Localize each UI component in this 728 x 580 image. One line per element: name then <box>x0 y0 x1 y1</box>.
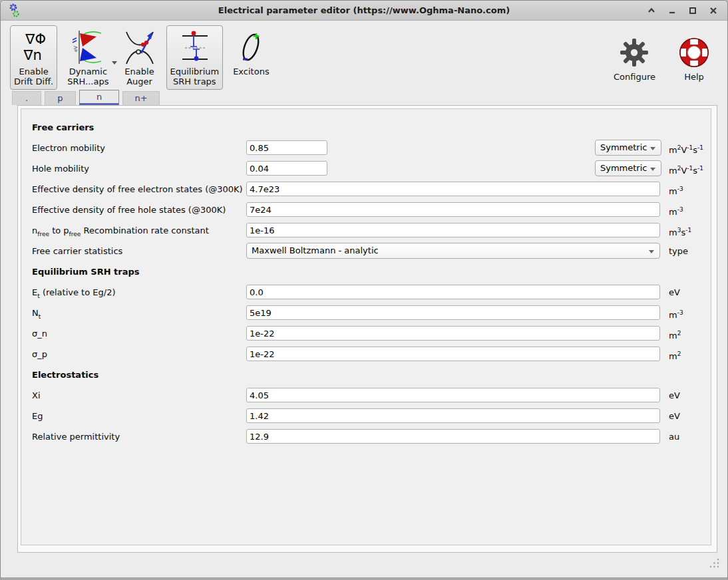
dynamic-srh-traps-button[interactable]: eV Dynamic SRH...aps <box>63 25 112 90</box>
symmetry-dropdown[interactable]: Symmetric <box>595 160 661 176</box>
parameter-row: Et (relative to Eg/2)eV <box>21 282 711 303</box>
dropdown-value: Symmetric <box>600 142 647 152</box>
parameter-row: σ_nm2 <box>21 323 711 344</box>
section-header: Electrostatics <box>21 364 711 385</box>
parameter-row: Relative permittivityau <box>21 426 711 447</box>
trap-levels-icon <box>177 28 212 67</box>
gear-icon <box>619 33 649 72</box>
help-button[interactable]: Help <box>674 31 714 85</box>
section-title: Electrostatics <box>32 364 98 385</box>
value-input[interactable] <box>246 161 327 176</box>
field-label: Nt <box>32 303 41 323</box>
unit-label: type <box>669 241 688 261</box>
window-title: Electrical parameter editor (https://www… <box>1 1 727 21</box>
parameter-row: Electron mobilitySymmetricm2V-1s-1 <box>21 138 711 158</box>
statistics-dropdown[interactable]: Maxwell Boltzmann - analytic <box>246 243 660 259</box>
unit-label: m2 <box>669 344 681 364</box>
dropdown-arrow-icon[interactable] <box>112 61 117 65</box>
toolbar-button-label: Dynamic <box>69 67 107 76</box>
unit-label: au <box>669 426 679 447</box>
toolbar-button-label: Drift Diff. <box>14 76 53 86</box>
configure-button[interactable]: Configure <box>610 31 659 85</box>
value-input[interactable] <box>246 223 660 237</box>
exciton-ellipse-icon <box>234 28 268 67</box>
value-input[interactable] <box>246 285 660 299</box>
enable-auger-button[interactable]: Enable Auger <box>119 25 160 90</box>
lifebuoy-icon <box>678 33 710 72</box>
section-title: Equilibrium SRH traps <box>32 261 140 282</box>
svg-text:eV: eV <box>73 46 79 52</box>
close-button[interactable] <box>706 3 721 18</box>
symmetry-dropdown[interactable]: Symmetric <box>595 140 661 156</box>
field-label: nfree to pfree Recombination rate consta… <box>32 220 209 241</box>
chevron-down-icon <box>650 147 655 150</box>
tab-nplus[interactable]: n+ <box>122 91 160 105</box>
field-label: Relative permittivity <box>32 426 120 447</box>
dropdown-value: Maxwell Boltzmann - analytic <box>252 245 379 255</box>
unit-label: m2V-1s-1 <box>669 138 703 158</box>
field-label: Eg <box>32 406 43 426</box>
toolbar-button-label: Excitons <box>233 67 270 76</box>
title-bar[interactable]: Electrical parameter editor (https://www… <box>1 1 727 21</box>
app-window: Electrical parameter editor (https://www… <box>0 0 728 580</box>
band-diagram-icon: eV <box>71 28 105 67</box>
form-panel: Free carriersElectron mobilitySymmetricm… <box>21 108 711 545</box>
value-input[interactable] <box>246 326 660 341</box>
field-label: Xi <box>32 385 41 406</box>
unit-label: m-3 <box>669 303 683 323</box>
parameter-row: Ntm-3 <box>21 303 711 323</box>
excitons-button[interactable]: Excitons <box>229 25 273 80</box>
window-controls <box>644 1 721 21</box>
tab-n[interactable]: n <box>79 90 119 105</box>
chevron-down-icon <box>650 168 655 171</box>
toolbar-button-label: SRH traps <box>173 76 216 86</box>
parameter-row: Hole mobilitySymmetricm2V-1s-1 <box>21 158 711 179</box>
toolbar-button-label: Equilibrium <box>170 67 220 76</box>
unit-label: m-3 <box>669 200 683 220</box>
auger-recombination-icon <box>123 28 156 67</box>
value-input[interactable] <box>246 305 660 320</box>
value-input[interactable] <box>246 202 660 217</box>
toolbar-left-group: ∇Φ ∇n Enable Drift Diff. eV <box>10 25 273 90</box>
toolbar-button-label: Enable <box>19 67 48 76</box>
value-input[interactable] <box>246 182 660 196</box>
section-header: Equilibrium SRH traps <box>21 261 711 282</box>
toolbar: ∇Φ ∇n Enable Drift Diff. eV <box>1 21 727 90</box>
value-input[interactable] <box>246 408 660 423</box>
tab-content-frame: Free carriersElectron mobilitySymmetricm… <box>17 105 717 553</box>
unit-label: m2V-1s-1 <box>669 158 703 179</box>
enable-drift-diff-button[interactable]: ∇Φ ∇n Enable Drift Diff. <box>10 25 57 90</box>
parameter-row: nfree to pfree Recombination rate consta… <box>21 220 711 241</box>
shade-button[interactable] <box>644 3 659 18</box>
parameter-row: Free carrier statisticsMaxwell Boltzmann… <box>21 241 711 261</box>
unit-label: eV <box>669 282 680 303</box>
field-label: σ_p <box>32 344 47 364</box>
toolbar-button-label: Configure <box>614 72 655 82</box>
toolbar-button-label: Auger <box>126 76 152 86</box>
tab-p[interactable]: p <box>45 91 76 105</box>
tab-dot[interactable]: . <box>12 91 41 105</box>
field-label: Effective density of free hole states (@… <box>32 200 226 220</box>
section-header: Free carriers <box>21 117 711 138</box>
unit-label: m-3 <box>669 179 683 200</box>
value-input[interactable] <box>246 347 660 361</box>
field-label: σ_n <box>32 323 47 344</box>
value-input[interactable] <box>246 140 327 155</box>
field-label: Hole mobility <box>32 158 89 179</box>
equilibrium-srh-traps-button[interactable]: Equilibrium SRH traps <box>166 25 224 90</box>
layer-tab-bar: .pnn+ <box>12 90 160 105</box>
nabla-drift-diffusion-icon: ∇Φ ∇n <box>15 28 53 67</box>
parameter-row: Effective density of free hole states (@… <box>21 200 711 220</box>
field-label: Free carrier statistics <box>32 241 122 261</box>
toolbar-right-group: Configure <box>610 25 714 85</box>
minimize-button[interactable] <box>665 3 679 18</box>
section-title: Free carriers <box>32 117 94 138</box>
resize-grip[interactable] <box>709 557 721 572</box>
toolbar-button-label: Enable <box>124 67 154 76</box>
value-input[interactable] <box>246 388 660 402</box>
value-input[interactable] <box>246 429 660 444</box>
maximize-button[interactable] <box>685 3 700 18</box>
dropdown-value: Symmetric <box>600 163 647 173</box>
unit-label: eV <box>669 406 680 426</box>
parameter-row: σ_pm2 <box>21 344 711 364</box>
